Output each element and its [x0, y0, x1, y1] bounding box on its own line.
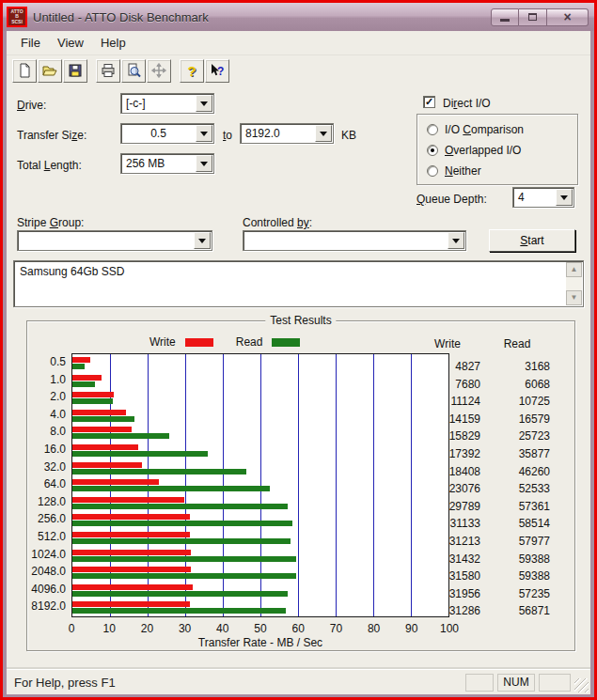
read-value: 25723: [484, 428, 550, 445]
app-icon[interactable]: ATTO B SCSI: [7, 7, 27, 27]
y-tick-label: 128.0: [27, 493, 66, 511]
x-tick-label: 0: [69, 622, 75, 635]
write-bar: [72, 392, 114, 397]
write-bar: [72, 375, 102, 381]
read-value: 58514: [484, 515, 550, 533]
queue-depth-dropdown-arrow[interactable]: [556, 189, 573, 206]
drive-select[interactable]: [-c-]: [120, 93, 214, 114]
read-bar: [72, 556, 296, 562]
new-document-button[interactable]: [12, 59, 37, 83]
test-results-title: Test Results: [265, 314, 336, 327]
write-value: 14159: [415, 411, 480, 428]
menu-item-help[interactable]: Help: [92, 32, 134, 54]
write-bar: [72, 601, 190, 607]
minimize-icon: [500, 19, 510, 22]
stripe-group-dropdown-arrow[interactable]: [194, 232, 211, 249]
write-value: 4827: [415, 358, 480, 376]
write-bar: [72, 427, 132, 432]
x-tick-label: 50: [254, 622, 266, 635]
write-bar: [72, 532, 190, 537]
open-file-icon: [42, 63, 57, 78]
minimize-button[interactable]: [491, 8, 519, 26]
chevron-down-icon: [320, 132, 327, 140]
write-value: 31213: [415, 533, 480, 551]
scroll-down-icon[interactable]: ▼: [566, 290, 582, 305]
save-file-icon: [68, 63, 83, 78]
svg-text:?: ?: [217, 65, 224, 78]
status-message: For Help, press F1: [7, 676, 465, 690]
help-button[interactable]: ?: [180, 59, 204, 83]
transfer-size-from-select[interactable]: 0.5: [120, 123, 214, 144]
read-bar: [72, 538, 291, 544]
drive-value: [-c-]: [121, 97, 196, 110]
write-value: 31286: [415, 602, 480, 620]
x-tick-label: 40: [216, 622, 228, 635]
chevron-down-icon: [452, 239, 460, 247]
client-area: FileViewHelp ?: [7, 31, 590, 694]
context-help-button[interactable]: ?: [205, 59, 229, 83]
print-button[interactable]: [96, 59, 120, 83]
read-bar: [72, 591, 288, 597]
radio-option-neither[interactable]: Neither: [427, 164, 481, 178]
drive-dropdown-arrow[interactable]: [196, 95, 212, 112]
resize-grip-icon[interactable]: [574, 678, 589, 692]
chevron-down-icon: [200, 132, 208, 140]
write-value: 31956: [415, 585, 480, 603]
chart-plot: [71, 353, 449, 617]
window-title: Untitled - ATTO Disk Benchmark: [33, 10, 209, 24]
move-icon: [151, 63, 166, 78]
total-length-label: Total Length:: [17, 159, 82, 172]
total-length-value: 256 MB: [121, 157, 196, 170]
description-field[interactable]: Samsung 64Gb SSD ▲ ▼: [13, 260, 584, 307]
description-scrollbar[interactable]: ▲ ▼: [566, 262, 582, 305]
write-value: 31580: [415, 568, 480, 585]
menu-bar: FileViewHelp: [7, 31, 590, 55]
transfer-from-dropdown-arrow[interactable]: [196, 125, 212, 142]
total-length-select[interactable]: 256 MB: [120, 153, 214, 174]
save-file-button[interactable]: [63, 59, 87, 83]
write-bar: [72, 410, 126, 415]
y-tick-label: 8.0: [27, 423, 66, 441]
stripe-group-select[interactable]: [17, 230, 212, 251]
menu-item-file[interactable]: File: [12, 32, 49, 54]
open-file-button[interactable]: [38, 59, 62, 83]
write-value: 23076: [415, 480, 480, 498]
x-tick-label: 70: [330, 622, 342, 635]
menu-item-view[interactable]: View: [49, 32, 92, 54]
radio-option-i-o-comparison[interactable]: I/O Comparison: [427, 123, 524, 136]
write-bar: [72, 357, 90, 363]
write-bar: [72, 584, 193, 590]
start-button[interactable]: Start: [489, 229, 575, 252]
status-pane-empty: [465, 674, 494, 692]
write-value: 7680: [415, 376, 480, 394]
app-icon-line: SCSI: [8, 20, 25, 25]
close-button[interactable]: ×: [547, 8, 589, 26]
read-bar: [72, 608, 286, 614]
transfer-to-dropdown-arrow[interactable]: [315, 125, 332, 142]
transfer-size-from-value: 0.5: [121, 127, 196, 140]
read-value: 59388: [484, 568, 550, 585]
transfer-size-to-select[interactable]: 8192.0: [240, 123, 334, 144]
print-preview-button[interactable]: [121, 59, 146, 83]
transfer-size-unit: KB: [341, 129, 356, 142]
scroll-up-icon[interactable]: ▲: [566, 262, 582, 277]
maximize-button[interactable]: [519, 8, 547, 26]
transfer-size-to-value: 8192.0: [241, 127, 315, 140]
read-bar: [72, 504, 288, 509]
controlled-by-select[interactable]: [243, 230, 466, 251]
move-button[interactable]: [147, 59, 171, 83]
queue-depth-select[interactable]: 4: [512, 187, 574, 208]
chevron-down-icon: [200, 162, 208, 170]
app-window: ATTO B SCSI Untitled - ATTO Disk Benchma…: [0, 0, 597, 700]
help-icon: ?: [187, 63, 196, 79]
write-value: 31432: [415, 551, 480, 568]
y-tick-label: 0.5: [27, 353, 66, 371]
total-length-dropdown-arrow[interactable]: [196, 155, 212, 172]
controlled-by-dropdown-arrow[interactable]: [448, 232, 464, 249]
direct-io-checkbox[interactable]: ✓: [423, 96, 435, 108]
y-tick-label: 1.0: [27, 371, 66, 389]
read-value: 10725: [484, 393, 550, 411]
title-bar[interactable]: ATTO B SCSI Untitled - ATTO Disk Benchma…: [3, 3, 594, 31]
radio-option-overlapped-i-o[interactable]: Overlapped I/O: [427, 144, 521, 157]
read-bar: [72, 433, 169, 439]
